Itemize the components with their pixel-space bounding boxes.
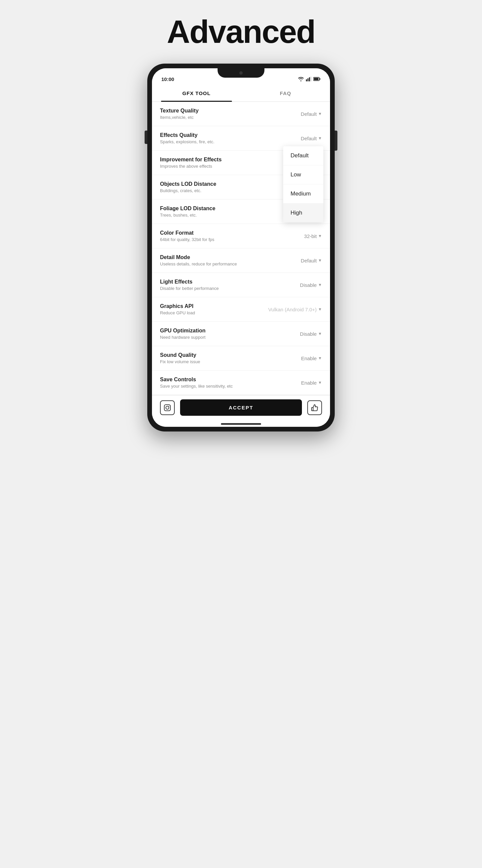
setting-title-foliage-lod: Foliage LOD Distance [160, 206, 295, 212]
dropdown-arrow-color-format: ▼ [318, 234, 322, 238]
setting-value-save-controls: Enable [301, 380, 317, 385]
setting-control-sound-quality[interactable]: Enable ▼ [295, 355, 322, 361]
setting-row-color-format: Color Format 64bit for quality, 32bit fo… [152, 224, 330, 248]
setting-value-texture: Default [301, 111, 317, 117]
setting-text-objects-lod: Objects LOD Distance Buildings, crates, … [160, 181, 295, 193]
svg-rect-2 [309, 77, 310, 81]
setting-row-graphics-api: Graphics API Reduce GPU load Vulkan (And… [152, 297, 330, 322]
dropdown-arrow-sound-quality: ▼ [318, 356, 322, 361]
svg-rect-3 [311, 76, 312, 81]
svg-rect-7 [164, 404, 170, 410]
page-title: Advanced [167, 13, 315, 50]
setting-title-light-effects: Light Effects [160, 279, 295, 285]
setting-text-color-format: Color Format 64bit for quality, 32bit fo… [160, 230, 295, 242]
phone-mockup: 10:00 [147, 64, 335, 432]
setting-value-sound-quality: Enable [301, 355, 317, 361]
dropdown-label-default: Default [291, 152, 309, 159]
setting-value-color-format: 32-bit [304, 233, 317, 239]
setting-row-save-controls: Save Controls Save your settings, like s… [152, 371, 330, 395]
svg-point-9 [169, 406, 169, 406]
setting-row-texture-quality: Texture Quality Items,vehicle, etc Defau… [152, 102, 330, 126]
status-bar: 10:00 [152, 68, 330, 85]
setting-control-save-controls[interactable]: Enable ▼ [295, 380, 322, 385]
accept-button[interactable]: ACCEPT [180, 399, 302, 416]
svg-point-8 [166, 406, 169, 409]
dropdown-arrow-light-effects: ▼ [318, 282, 322, 287]
setting-title-texture: Texture Quality [160, 108, 295, 114]
setting-text-save-controls: Save Controls Save your settings, like s… [160, 377, 295, 389]
dropdown-option-medium[interactable]: Medium [283, 184, 323, 204]
setting-control-gpu-optimization[interactable]: Disable ▼ [295, 331, 322, 337]
setting-subtitle-save-controls: Save your settings, like sensitivity, et… [160, 383, 295, 389]
dropdown-arrow-gpu-optimization: ▼ [318, 332, 322, 336]
setting-title-graphics-api: Graphics API [160, 303, 268, 309]
setting-value-gpu-optimization: Disable [300, 331, 317, 337]
setting-control-graphics-api: Vulkan (Android 7.0+) ▼ [268, 307, 322, 312]
battery-icon [313, 77, 321, 81]
setting-text-texture: Texture Quality Items,vehicle, etc [160, 108, 295, 120]
setting-title-color-format: Color Format [160, 230, 295, 236]
dropdown-arrow-effects: ▼ [318, 136, 322, 141]
setting-value-effects: Default [301, 135, 317, 141]
dropdown-label-high: High [291, 210, 302, 216]
dropdown-arrow-save-controls: ▼ [318, 380, 322, 385]
status-icons [298, 76, 321, 81]
setting-subtitle-detail-mode: Useless details, reduce for performance [160, 261, 295, 267]
signal-icon [306, 76, 311, 81]
setting-subtitle-light-effects: Disable for better performance [160, 286, 295, 291]
thumbs-up-icon [311, 404, 318, 411]
svg-rect-1 [308, 78, 309, 81]
wifi-icon [298, 76, 304, 81]
thumbs-up-button[interactable] [307, 400, 322, 415]
notch [218, 68, 264, 78]
setting-row-detail-mode: Detail Mode Useless details, reduce for … [152, 248, 330, 273]
setting-subtitle-improvement: Improves the above effects [160, 164, 295, 169]
dropdown-arrow-texture: ▼ [318, 112, 322, 116]
setting-title-objects-lod: Objects LOD Distance [160, 181, 295, 187]
setting-text-detail-mode: Detail Mode Useless details, reduce for … [160, 254, 295, 267]
home-bar [221, 423, 261, 425]
tab-faq[interactable]: FAQ [241, 85, 330, 101]
effects-quality-dropdown[interactable]: Default Low Medium High [283, 146, 323, 222]
setting-control-effects[interactable]: Default ▼ [295, 135, 322, 141]
svg-rect-5 [320, 78, 321, 80]
dropdown-arrow-graphics-api: ▼ [318, 307, 322, 312]
bottom-bar: ACCEPT [152, 395, 330, 420]
dropdown-option-low[interactable]: Low [283, 165, 323, 184]
setting-text-foliage-lod: Foliage LOD Distance Trees, bushes, etc. [160, 206, 295, 218]
setting-control-detail-mode[interactable]: Default ▼ [295, 258, 322, 264]
setting-title-detail-mode: Detail Mode [160, 254, 295, 260]
setting-title-improvement: Improvement for Effects [160, 157, 295, 163]
setting-title-gpu-optimization: GPU Optimization [160, 328, 295, 334]
setting-subtitle-foliage-lod: Trees, bushes, etc. [160, 213, 295, 218]
setting-value-detail-mode: Default [301, 258, 317, 264]
setting-row-gpu-optimization: GPU Optimization Need hardware support D… [152, 322, 330, 346]
tab-gfx-tool[interactable]: GFX TOOL [152, 85, 241, 101]
phone-screen: 10:00 [152, 68, 330, 427]
setting-subtitle-texture: Items,vehicle, etc [160, 115, 295, 120]
svg-rect-0 [306, 79, 307, 81]
setting-subtitle-gpu-optimization: Need hardware support [160, 335, 295, 340]
setting-text-gpu-optimization: GPU Optimization Need hardware support [160, 328, 295, 340]
setting-row-effects-quality: Effects Quality Sparks, explosions, fire… [152, 126, 330, 151]
setting-subtitle-objects-lod: Buildings, crates, etc. [160, 188, 295, 193]
setting-title-effects: Effects Quality [160, 132, 295, 138]
setting-value-light-effects: Disable [300, 282, 317, 288]
dropdown-label-medium: Medium [291, 190, 311, 197]
setting-control-texture[interactable]: Default ▼ [295, 111, 322, 117]
setting-text-improvement: Improvement for Effects Improves the abo… [160, 157, 295, 169]
dropdown-option-high[interactable]: High [283, 204, 323, 222]
dropdown-option-default[interactable]: Default [283, 146, 323, 165]
setting-row-sound-quality: Sound Quality Fix low volume issue Enabl… [152, 346, 330, 371]
setting-control-color-format[interactable]: 32-bit ▼ [295, 233, 322, 239]
instagram-button[interactable] [160, 400, 175, 415]
svg-rect-6 [314, 78, 319, 80]
status-time: 10:00 [161, 76, 174, 82]
tabs-bar: GFX TOOL FAQ [152, 85, 330, 102]
setting-text-light-effects: Light Effects Disable for better perform… [160, 279, 295, 291]
settings-list: Texture Quality Items,vehicle, etc Defau… [152, 102, 330, 395]
camera [239, 71, 243, 75]
setting-control-light-effects[interactable]: Disable ▼ [295, 282, 322, 288]
setting-title-save-controls: Save Controls [160, 377, 295, 383]
home-indicator [152, 420, 330, 427]
